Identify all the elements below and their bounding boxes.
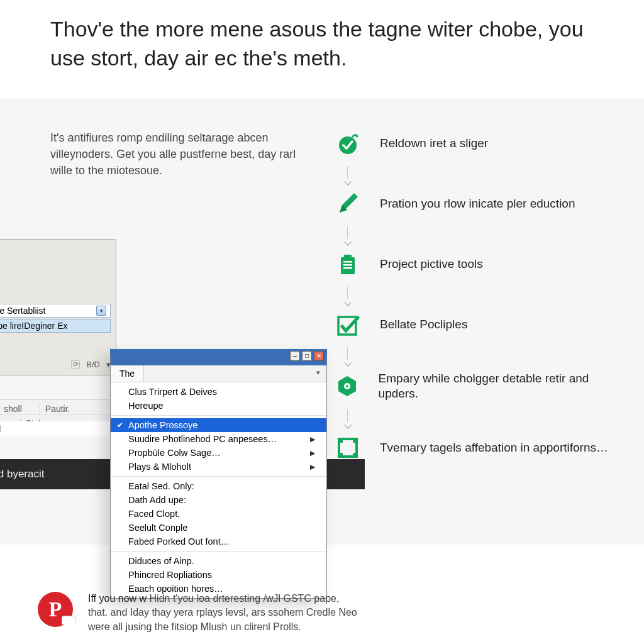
flow-arrow-icon (347, 166, 619, 182)
menu-item-label: Clus Trirpert & Deives (128, 387, 217, 397)
svg-rect-11 (338, 438, 343, 443)
feature-label: Reldown iret a sliger (380, 136, 488, 152)
feature-item: Project pictive tools (333, 250, 619, 279)
menu-item[interactable]: Clus Trirpert & Deives (111, 385, 326, 399)
menu-item-label: Fabed Porked Out font… (128, 536, 230, 547)
pen-icon (333, 190, 362, 219)
chevron-right-icon: ▶ (310, 463, 315, 471)
feature-item: Pration you rlow inicate pler eduction (333, 190, 619, 219)
menu-item[interactable]: Seelult Conple (111, 521, 326, 535)
chevron-right-icon: ▶ (310, 449, 315, 457)
menu-item[interactable]: Faced Clopt, (111, 507, 326, 521)
status-value: B/D (86, 360, 100, 369)
menu-item-label: Eatal Sed. Only: (128, 481, 194, 491)
combo-box-1[interactable]: hope Sertabliist ▾ (0, 304, 111, 318)
footer: P Iff you now w Hidn t'you loa drteresti… (38, 592, 619, 634)
status-bar: ⟳ B/D ▾ (0, 358, 116, 371)
menu-item-label: Phincred Ropliations (128, 570, 212, 580)
menu-item[interactable]: Fabed Porked Out font… (111, 535, 326, 548)
menu-item[interactable]: Plays & Mloholt▶ (111, 460, 326, 474)
context-menu-window[interactable]: – □ ✕ The ▾ Clus Trirpert & DeivesHereup… (110, 349, 327, 599)
flow-arrow-icon (347, 226, 619, 243)
flow-arrow-icon (347, 409, 619, 426)
feature-list: Reldown iret a sliger Pration you rlow i… (333, 130, 619, 488)
feature-label: Bellate Pocliples (380, 317, 467, 333)
tab[interactable]: sholl (4, 404, 22, 414)
svg-rect-13 (338, 453, 343, 458)
check-icon: ✔ (117, 421, 123, 430)
menu-item[interactable]: ✔Apothe Prossoye (111, 418, 326, 432)
check-circle-icon (333, 130, 362, 158)
app-badge-icon: P (38, 592, 73, 627)
svg-point-9 (346, 385, 348, 387)
svg-rect-14 (353, 453, 358, 458)
flow-arrow-icon (347, 347, 619, 364)
gear-frame-icon (333, 433, 362, 462)
menu-item[interactable]: Hereupe (111, 399, 326, 413)
flow-arrow-icon (347, 287, 619, 303)
feature-label: Empary while cholgger detable retir and … (379, 371, 619, 402)
chevron-right-icon: ▶ (310, 435, 315, 443)
menu-item-label: Dath Add upe: (128, 495, 186, 505)
chevron-down-icon[interactable]: ▾ (310, 365, 326, 382)
feature-label: Pration you rlow inicate pler eduction (380, 196, 575, 212)
menu-item-label: Suudire Photlinehod PC anpesees… (128, 434, 277, 444)
cell-label: Dopnsel (0, 421, 126, 436)
tab[interactable]: The (111, 365, 144, 382)
menu-item[interactable]: Suudire Photlinehod PC anpesees…▶ (111, 432, 326, 446)
refresh-icon[interactable]: ⟳ (71, 360, 80, 369)
svg-rect-12 (353, 438, 358, 443)
feature-item: Empary while cholgger detable retir and … (333, 371, 619, 402)
feature-item: Bellate Pocliples (333, 311, 619, 340)
chevron-down-icon[interactable]: ▾ (96, 306, 106, 316)
page-title: Thov'e the more mene asous the tagne wit… (0, 0, 644, 98)
feature-label: Tvemary tagels affebation in apportiforn… (380, 440, 608, 456)
menu-item-label: Faced Clopt, (128, 509, 180, 519)
context-menu: Clus Trirpert & DeivesHereupe✔Apothe Pro… (111, 382, 326, 598)
feature-item: Tvemary tagels affebation in apportiforn… (333, 433, 619, 462)
dialog-window-1[interactable]: hope Sertabliist ▾ Alope lireIDeginer Ex… (0, 239, 116, 375)
tab-bar: The ▾ (111, 365, 326, 382)
menu-item[interactable]: Diduces of Ainp. (111, 554, 326, 568)
minimize-icon[interactable]: – (290, 351, 300, 361)
menu-item-label: Propbūle Colw Sage… (128, 448, 221, 458)
network-node-icon (333, 372, 361, 401)
close-icon[interactable]: ✕ (314, 351, 324, 361)
maximize-icon[interactable]: □ (302, 351, 312, 361)
menu-item[interactable]: Propbūle Colw Sage…▶ (111, 446, 326, 460)
menu-item[interactable]: Eatal Sed. Only: (111, 479, 326, 493)
feature-item: Reldown iret a sliger (333, 130, 619, 158)
menu-item-label: Apothe Prossoye (128, 420, 197, 430)
menu-item[interactable]: Dath Add upe: (111, 493, 326, 507)
combo-value: hope Sertabliist (0, 306, 46, 316)
combo-value: Alope lireIDeginer Ex (0, 321, 68, 331)
menu-item-label: Seelult Conple (128, 523, 187, 533)
menu-item-label: Hereupe (128, 401, 164, 411)
tab[interactable]: Pautir. (40, 404, 70, 414)
feature-label: Project pictive tools (380, 257, 483, 272)
menu-item[interactable]: Phincred Ropliations (111, 568, 326, 582)
menu-item-label: Diduces of Ainp. (128, 556, 194, 566)
footer-text: Iff you now w Hidn t'you loa drteresting… (88, 592, 358, 634)
menu-item-label: Plays & Mloholt (128, 462, 191, 472)
combo-box-2[interactable]: Alope lireIDeginer Ex (0, 319, 111, 333)
